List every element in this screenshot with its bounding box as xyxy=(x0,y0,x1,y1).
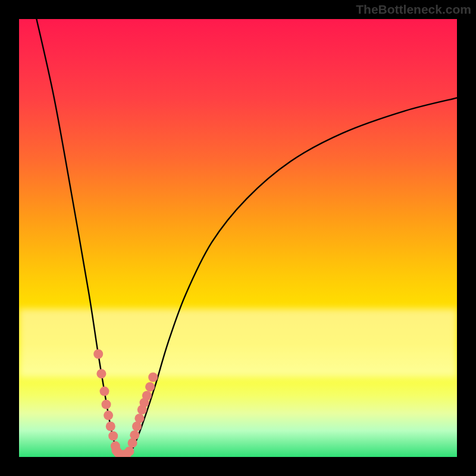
scatter-dot xyxy=(104,411,113,420)
chart-svg xyxy=(19,19,457,457)
plot-area xyxy=(19,19,457,457)
scatter-dot xyxy=(148,372,158,382)
scatter-dot xyxy=(102,400,111,409)
scatter-dot xyxy=(96,369,106,378)
watermark-text: TheBottleneck.com xyxy=(356,2,471,17)
scatter-dot xyxy=(106,422,115,431)
scatter-dot xyxy=(134,414,144,423)
scatter-dot xyxy=(125,446,134,456)
bottleneck-curve xyxy=(36,19,457,457)
scatter-dot xyxy=(145,382,155,392)
scatter-dot xyxy=(142,391,152,400)
scatter-dots xyxy=(93,349,158,457)
chart-frame: TheBottleneck.com xyxy=(0,0,476,476)
scatter-dot xyxy=(93,349,103,359)
scatter-dot xyxy=(100,387,109,396)
scatter-dot xyxy=(130,430,139,440)
scatter-dot xyxy=(108,431,118,441)
